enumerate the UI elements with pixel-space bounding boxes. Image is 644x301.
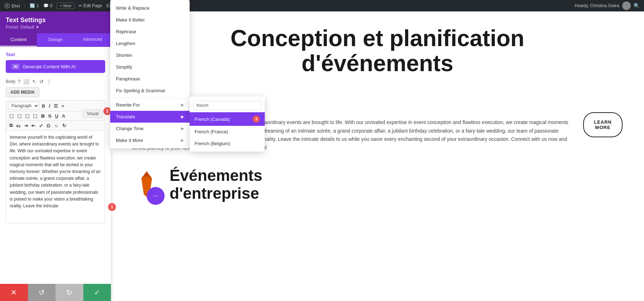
- menu-rewrite-for[interactable]: Rewrite For ▶: [110, 99, 190, 111]
- learn-more-button[interactable]: LEARNMORE: [583, 112, 623, 137]
- unordered-list-button[interactable]: ☰: [53, 103, 59, 109]
- bold-button[interactable]: B: [41, 103, 46, 109]
- admin-bar-right: Howdy, Christina Gwira 🔍: [575, 1, 640, 10]
- help-icon[interactable]: ?: [17, 78, 21, 85]
- panel-preset[interactable]: Preset: Default ▼: [6, 25, 105, 30]
- ai-icon: AI: [11, 64, 20, 69]
- menu-make-it-more[interactable]: Make It More ▶: [110, 134, 190, 146]
- justify-button[interactable]: ⬚: [32, 113, 38, 119]
- left-panel: Text Settings Preset: Default ▼ Content …: [0, 11, 111, 301]
- edit-page-button[interactable]: ✏ Edit Page: [79, 3, 102, 8]
- editor-toolbar-row3: ⧉ x₂ ⇥ ⇤ ⤢ Ω ☺ ↻: [6, 121, 105, 130]
- badge-1: 1: [108, 203, 116, 211]
- generate-btn-label: Generate Content With AI: [23, 64, 75, 69]
- menu-paraphrase[interactable]: Paraphrase: [110, 73, 190, 85]
- panel-title: Text Settings: [6, 16, 105, 24]
- admin-bar: Divi | 🔄 1 💬 0 + New ✏ Edit Page Exit Vi…: [0, 0, 644, 11]
- purple-circle: ···: [147, 187, 165, 205]
- events-title-block: Événementsd'entreprise: [170, 167, 262, 202]
- outdent-button[interactable]: ⇤: [30, 122, 36, 129]
- menu-lengthen[interactable]: Lengthen: [110, 38, 190, 49]
- generate-content-button[interactable]: AI Generate Content With AI: [6, 60, 105, 73]
- indent-button[interactable]: ⇥: [23, 122, 29, 129]
- body-toolbar-row: Body ? ⬜ ↖ ↺ ⋮: [6, 78, 105, 85]
- page-content: Conception et planificationd'événements …: [111, 11, 644, 301]
- subscript-button[interactable]: x₂: [15, 122, 21, 129]
- visual-tab[interactable]: Visual: [82, 109, 103, 118]
- user-avatar: [622, 1, 631, 10]
- cancel-button[interactable]: ✕: [0, 284, 28, 301]
- howdy-text: Howdy, Christina Gwira: [575, 3, 619, 8]
- panel-tabs: Content Design Advanced: [0, 33, 111, 47]
- undo-icon[interactable]: ↺: [39, 78, 44, 85]
- context-menu: Write & Replace Make It Better Rephrase …: [110, 11, 190, 148]
- underline-button[interactable]: U: [54, 113, 59, 119]
- lang-item-belgium[interactable]: French (Belgium): [190, 138, 265, 149]
- lang-item-france[interactable]: French (France): [190, 126, 265, 138]
- lang-item-canada[interactable]: French (Canada) 3: [190, 112, 265, 126]
- events-section: ··· Événementsd'entreprise: [132, 167, 623, 202]
- hero-title: Conception et planificationd'événements: [132, 26, 623, 76]
- embed-button[interactable]: ⧉: [8, 122, 14, 129]
- menu-simplify[interactable]: Simplify: [110, 61, 190, 73]
- translate-search-input[interactable]: [193, 101, 261, 110]
- menu-translate[interactable]: Translate ▶: [110, 111, 190, 123]
- align-left-button[interactable]: ⬚: [8, 113, 15, 119]
- fullscreen-button[interactable]: ⤢: [38, 122, 44, 129]
- lang-badge-canada: 3: [253, 115, 260, 123]
- italic-button[interactable]: I: [48, 103, 51, 109]
- dots-icon: ···: [153, 192, 158, 199]
- paragraph-select[interactable]: Paragraph Heading 1 Heading 2: [8, 102, 39, 110]
- visual-tab-area: Visual: [82, 109, 103, 118]
- main-content: Conception et planificationd'événements …: [111, 11, 644, 301]
- section-label-text: Text: [6, 52, 105, 57]
- more-icon[interactable]: ⋮: [46, 78, 52, 85]
- tab-design[interactable]: Design: [37, 33, 74, 46]
- translate-submenu: French (Canada) 3 French (France) French…: [190, 97, 265, 152]
- align-center-button[interactable]: ⬚: [16, 113, 23, 119]
- redo-button[interactable]: ↻: [55, 284, 83, 301]
- event-icon-wrap: ···: [132, 168, 161, 201]
- menu-divider-1: [110, 98, 190, 98]
- tab-content[interactable]: Content: [0, 33, 37, 46]
- menu-change-tone[interactable]: Change Tone ▶: [110, 123, 190, 134]
- align-right-button[interactable]: ⬚: [24, 113, 30, 119]
- make-it-more-arrow: ▶: [181, 138, 184, 143]
- editor-body[interactable]: Immerse yourself in the captivating worl…: [6, 130, 105, 223]
- emoji-button[interactable]: ☺: [53, 122, 60, 129]
- main-layout: Text Settings Preset: Default ▼ Content …: [0, 11, 644, 301]
- layout-icon[interactable]: ⬜: [23, 78, 30, 85]
- menu-shorten[interactable]: Shorten: [110, 49, 190, 61]
- ordered-list-button[interactable]: ≡: [60, 103, 65, 109]
- change-tone-arrow: ▶: [181, 126, 184, 131]
- redo-btn2[interactable]: ↻: [61, 122, 67, 129]
- search-icon[interactable]: 🔍: [634, 3, 640, 9]
- add-media-button[interactable]: ADD MEDIA: [6, 87, 39, 97]
- menu-make-better[interactable]: Make It Better: [110, 14, 190, 26]
- menu-rephrase[interactable]: Rephrase: [110, 26, 190, 38]
- table-button[interactable]: ⊞: [40, 113, 46, 119]
- menu-write-replace[interactable]: Write & Replace: [110, 11, 190, 14]
- panel-header: Text Settings Preset: Default ▼: [0, 11, 111, 33]
- translate-arrow: ▶: [181, 114, 184, 119]
- body-label: Body: [6, 79, 15, 84]
- tab-advanced[interactable]: Advanced: [74, 33, 111, 46]
- save-button[interactable]: ✓: [83, 284, 111, 301]
- divi-logo[interactable]: Divi: [4, 3, 20, 9]
- admin-bar-counter[interactable]: 🔄 1: [30, 3, 39, 8]
- rewrite-for-arrow: ▶: [181, 103, 184, 107]
- color-button[interactable]: A: [61, 113, 66, 119]
- undo-button[interactable]: ↺: [28, 284, 56, 301]
- admin-bar-comments[interactable]: 💬 0: [43, 3, 53, 8]
- strikethrough-button[interactable]: S: [47, 113, 53, 119]
- menu-fix-spelling[interactable]: Fix Spelling & Grammar: [110, 85, 190, 97]
- events-title: Événementsd'entreprise: [170, 167, 262, 202]
- new-button[interactable]: + New: [57, 3, 74, 9]
- search-box-wrap: [190, 99, 265, 112]
- bottom-bar: ✕ ↺ ↻ ✓: [0, 284, 111, 301]
- cursor-icon[interactable]: ↖: [31, 78, 37, 85]
- special-char-button[interactable]: Ω: [45, 122, 51, 129]
- panel-content: Text AI Generate Content With AI Body ? …: [0, 47, 111, 301]
